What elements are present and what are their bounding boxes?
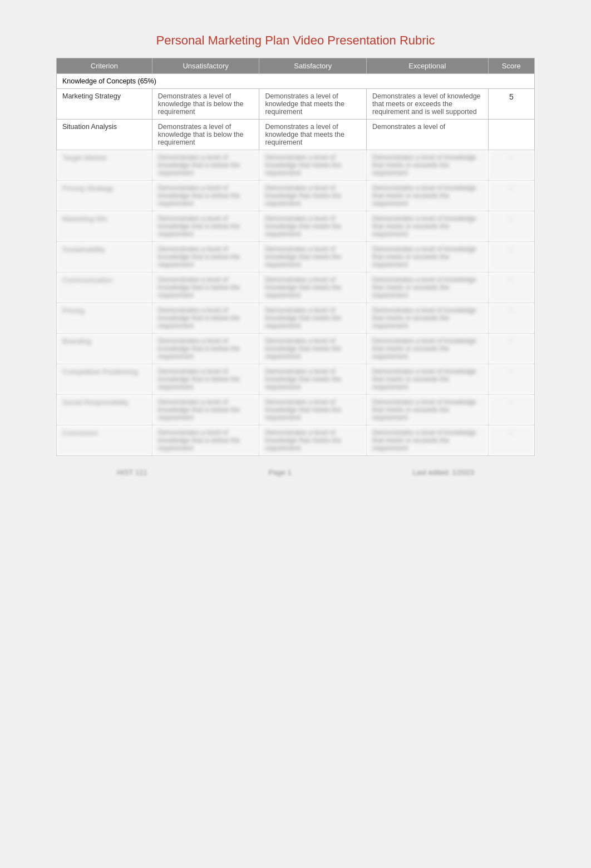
subheader-row: Knowledge of Concepts (65%): [57, 74, 535, 89]
unsatisfactory-cell: Demonstrates a level of knowledge that i…: [152, 303, 259, 334]
satisfactory-cell: Demonstrates a level of knowledge that m…: [259, 150, 367, 181]
criterion-cell: Conclusion: [57, 425, 152, 456]
unsatisfactory-cell: Demonstrates a level of knowledge that i…: [152, 364, 259, 395]
table-row: ConclusionDemonstrates a level of knowle…: [57, 425, 535, 456]
satisfactory-cell: Demonstrates a level of knowledge that m…: [259, 120, 367, 150]
header-exceptional: Exceptional: [367, 58, 489, 74]
table-row: BrandingDemonstrates a level of knowledg…: [57, 334, 535, 364]
table-row: Competitive PositioningDemonstrates a le…: [57, 364, 535, 395]
satisfactory-cell: Demonstrates a level of knowledge that m…: [259, 211, 367, 242]
table-header-row: Criterion Unsatisfactory Satisfactory Ex…: [57, 58, 535, 74]
criterion-cell: Target Market: [57, 150, 152, 181]
satisfactory-cell: Demonstrates a level of knowledge that m…: [259, 181, 367, 211]
criterion-cell: Pricing: [57, 303, 152, 334]
exceptional-cell: Demonstrates a level of knowledge that m…: [367, 272, 489, 303]
header-criterion: Criterion: [57, 58, 152, 74]
score-cell: –: [488, 425, 534, 456]
score-cell: –: [488, 272, 534, 303]
header-score: Score: [488, 58, 534, 74]
criterion-cell: Social Responsibility: [57, 395, 152, 425]
unsatisfactory-cell: Demonstrates a level of knowledge that i…: [152, 425, 259, 456]
exceptional-cell: Demonstrates a level of knowledge that m…: [367, 334, 489, 364]
exceptional-cell: Demonstrates a level of knowledge that m…: [367, 242, 489, 272]
unsatisfactory-cell: Demonstrates a level of knowledge that i…: [152, 181, 259, 211]
table-body: Marketing StrategyDemonstrates a level o…: [57, 89, 535, 456]
score-cell: –: [488, 150, 534, 181]
exceptional-cell: Demonstrates a level of knowledge that m…: [367, 181, 489, 211]
satisfactory-cell: Demonstrates a level of knowledge that m…: [259, 89, 367, 120]
page-title: Personal Marketing Plan Video Presentati…: [156, 33, 435, 48]
satisfactory-cell: Demonstrates a level of knowledge that m…: [259, 395, 367, 425]
satisfactory-cell: Demonstrates a level of knowledge that m…: [259, 334, 367, 364]
criterion-cell: Marketing Strategy: [57, 89, 152, 120]
table-row: PricingDemonstrates a level of knowledge…: [57, 303, 535, 334]
unsatisfactory-cell: Demonstrates a level of knowledge that i…: [152, 120, 259, 150]
score-cell: –: [488, 395, 534, 425]
score-cell: [488, 120, 534, 150]
satisfactory-cell: Demonstrates a level of knowledge that m…: [259, 303, 367, 334]
criterion-cell: Situation Analysis: [57, 120, 152, 150]
unsatisfactory-cell: Demonstrates a level of knowledge that i…: [152, 211, 259, 242]
table-row: Marketing StrategyDemonstrates a level o…: [57, 89, 535, 120]
header-unsatisfactory: Unsatisfactory: [152, 58, 259, 74]
satisfactory-cell: Demonstrates a level of knowledge that m…: [259, 272, 367, 303]
footer-right: Last edited: 1/2023: [412, 468, 474, 477]
unsatisfactory-cell: Demonstrates a level of knowledge that i…: [152, 334, 259, 364]
exceptional-cell: Demonstrates a level of knowledge that m…: [367, 425, 489, 456]
satisfactory-cell: Demonstrates a level of knowledge that m…: [259, 242, 367, 272]
footer: HIST 111 Page 1 Last edited: 1/2023: [56, 468, 535, 477]
satisfactory-cell: Demonstrates a level of knowledge that m…: [259, 364, 367, 395]
exceptional-cell: Demonstrates a level of knowledge that m…: [367, 364, 489, 395]
rubric-table: Criterion Unsatisfactory Satisfactory Ex…: [56, 58, 535, 456]
criterion-cell: Competitive Positioning: [57, 364, 152, 395]
score-cell: –: [488, 303, 534, 334]
footer-center: Page 1: [268, 468, 291, 477]
table-row: SustainabilityDemonstrates a level of kn…: [57, 242, 535, 272]
exceptional-cell: Demonstrates a level of knowledge that m…: [367, 89, 489, 120]
table-row: Social ResponsibilityDemonstrates a leve…: [57, 395, 535, 425]
table-row: Situation AnalysisDemonstrates a level o…: [57, 120, 535, 150]
exceptional-cell: Demonstrates a level of knowledge that m…: [367, 150, 489, 181]
criterion-cell: Sustainability: [57, 242, 152, 272]
subheader-cell: Knowledge of Concepts (65%): [57, 74, 535, 89]
criterion-cell: Marketing Mix: [57, 211, 152, 242]
exceptional-cell: Demonstrates a level of knowledge that m…: [367, 395, 489, 425]
score-cell: 5: [488, 89, 534, 120]
table-row: Marketing MixDemonstrates a level of kno…: [57, 211, 535, 242]
criterion-cell: Branding: [57, 334, 152, 364]
table-row: CommunicationDemonstrates a level of kno…: [57, 272, 535, 303]
unsatisfactory-cell: Demonstrates a level of knowledge that i…: [152, 272, 259, 303]
table-row: Pricing StrategyDemonstrates a level of …: [57, 181, 535, 211]
unsatisfactory-cell: Demonstrates a level of knowledge that i…: [152, 89, 259, 120]
unsatisfactory-cell: Demonstrates a level of knowledge that i…: [152, 150, 259, 181]
table-row: Target MarketDemonstrates a level of kno…: [57, 150, 535, 181]
unsatisfactory-cell: Demonstrates a level of knowledge that i…: [152, 395, 259, 425]
score-cell: –: [488, 242, 534, 272]
unsatisfactory-cell: Demonstrates a level of knowledge that i…: [152, 242, 259, 272]
criterion-cell: Pricing Strategy: [57, 181, 152, 211]
exceptional-cell: Demonstrates a level of knowledge that m…: [367, 303, 489, 334]
footer-left: HIST 111: [117, 468, 147, 477]
exceptional-cell: Demonstrates a level of: [367, 120, 489, 150]
exceptional-cell: Demonstrates a level of knowledge that m…: [367, 211, 489, 242]
header-satisfactory: Satisfactory: [259, 58, 367, 74]
criterion-cell: Communication: [57, 272, 152, 303]
score-cell: –: [488, 334, 534, 364]
score-cell: –: [488, 211, 534, 242]
score-cell: –: [488, 181, 534, 211]
score-cell: –: [488, 364, 534, 395]
satisfactory-cell: Demonstrates a level of knowledge that m…: [259, 425, 367, 456]
